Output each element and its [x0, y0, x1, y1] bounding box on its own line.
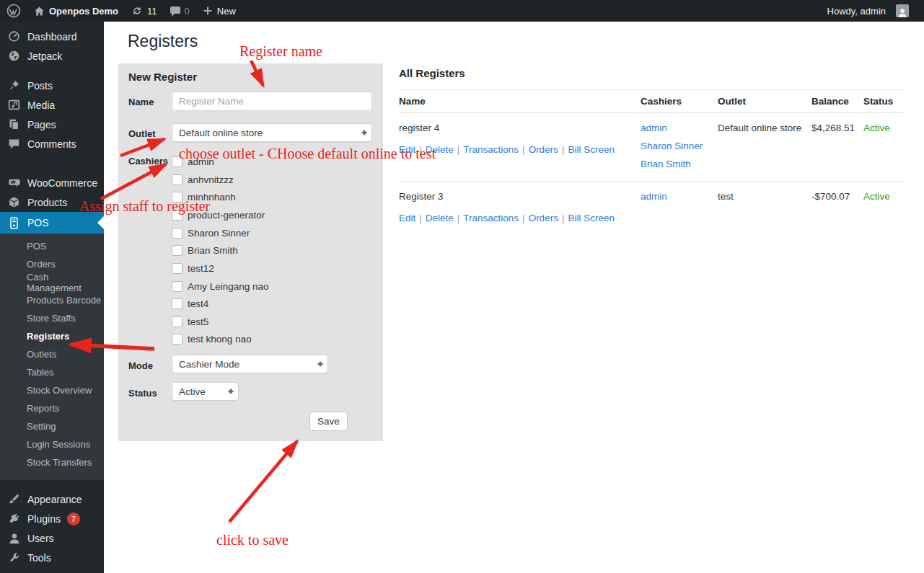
transactions-link[interactable]: Transactions — [463, 144, 519, 155]
submenu-item-products-barcode[interactable]: Products Barcode — [0, 291, 104, 309]
sidebar-item-plugins[interactable]: Plugins 7 — [0, 509, 104, 528]
submenu-item-tables[interactable]: Tables — [0, 363, 104, 381]
sidebar-item-pos[interactable]: POS — [0, 212, 104, 234]
comments-count: 0 — [185, 6, 190, 17]
outlet-label: Outlet — [128, 128, 156, 139]
register-balance: $4,268.51 — [811, 123, 863, 169]
form-title: New Register — [128, 71, 197, 83]
plugins-update-badge: 7 — [67, 512, 80, 525]
submenu-item-stock-transfers[interactable]: Stock Transfers — [0, 453, 104, 471]
cashier-link[interactable]: admin — [641, 123, 718, 133]
status-badge: Active — [863, 123, 904, 169]
cashier-option[interactable]: Sharon Sinner — [172, 226, 250, 240]
checkbox[interactable] — [172, 298, 182, 309]
submenu-item-setting[interactable]: Setting — [0, 417, 104, 435]
cashier-option[interactable]: test5 — [172, 314, 208, 329]
new-content-menu[interactable]: New — [196, 0, 242, 22]
cashier-option[interactable]: test khong nao — [172, 332, 252, 346]
cashiers-label: Cashiers — [128, 156, 168, 166]
mode-label: Mode — [128, 360, 153, 371]
submenu-item-outlets[interactable]: Outlets — [0, 345, 104, 363]
edit-link[interactable]: Edit — [399, 213, 415, 223]
dashboard-icon — [7, 30, 21, 43]
cashier-option[interactable]: anhvnitzzz — [172, 172, 234, 187]
orders-link[interactable]: Orders — [529, 213, 558, 223]
sidebar-item-comments[interactable]: Comments — [0, 134, 104, 154]
sidebar-item-label: Jetpack — [27, 50, 62, 62]
annotation-assign-staff: Assign staff to register — [79, 198, 210, 215]
row-actions: Edit|Delete|Transactions|Orders|Bill Scr… — [399, 213, 641, 223]
checkbox[interactable] — [172, 228, 182, 239]
cashier-link[interactable]: Sharon Sinner — [641, 141, 718, 151]
wordpress-logo-icon — [6, 4, 21, 18]
bill-screen-link[interactable]: Bill Screen — [568, 213, 615, 223]
submenu-item-pos[interactable]: POS — [0, 237, 104, 255]
sidebar-item-dashboard[interactable]: Dashboard — [0, 27, 104, 46]
all-registers-section: All Registers Name Cashiers Outlet Balan… — [399, 67, 904, 235]
checkbox[interactable] — [172, 316, 182, 327]
sidebar-item-users[interactable]: Users — [0, 528, 104, 548]
cashier-link[interactable]: admin — [641, 191, 718, 202]
sidebar-item-media[interactable]: Media — [0, 95, 104, 115]
user-icon — [7, 533, 21, 544]
submenu-item-registers[interactable]: Registers — [0, 327, 104, 345]
plugin-icon — [7, 512, 21, 525]
cashier-link[interactable]: Brian Smith — [641, 159, 718, 169]
cashier-option[interactable]: Brian Smith — [172, 243, 238, 257]
checkbox[interactable] — [172, 174, 182, 185]
sidebar-item-tools[interactable]: Tools — [0, 548, 104, 567]
wordpress-logo-menu[interactable] — [0, 0, 27, 22]
comments-bubble-icon — [170, 8, 180, 14]
submenu-item-reports[interactable]: Reports — [0, 399, 104, 417]
sidebar-item-woocommerce[interactable]: WooCommerce — [0, 173, 104, 192]
new-label: New — [217, 6, 236, 17]
sidebar-item-label: WooCommerce — [27, 177, 97, 189]
updates-count: 11 — [147, 6, 157, 17]
sidebar-item-jetpack[interactable]: Jetpack — [0, 46, 104, 66]
site-name: Openpos Demo — [49, 6, 118, 17]
sidebar-item-label: Posts — [27, 80, 53, 92]
submenu-item-login-sessions[interactable]: Login Sessions — [0, 435, 104, 453]
table-title: All Registers — [399, 67, 904, 79]
col-cashiers: Cashiers — [641, 96, 718, 107]
save-button[interactable]: Save — [309, 412, 348, 431]
submenu-item-orders[interactable]: Orders — [0, 255, 104, 273]
sidebar-item-pages[interactable]: Pages — [0, 115, 104, 134]
home-icon — [34, 6, 45, 17]
comments-menu[interactable]: 0 — [164, 0, 196, 22]
submenu-item-stock-overview[interactable]: Stock Overview — [0, 381, 104, 399]
updates-menu[interactable]: 11 — [125, 0, 164, 22]
mode-select[interactable]: Cashier Mode — [172, 355, 328, 373]
delete-link[interactable]: Delete — [426, 213, 454, 223]
submenu-item-store-staffs[interactable]: Store Staffs — [0, 309, 104, 327]
checkbox[interactable] — [172, 245, 182, 256]
comment-icon — [7, 138, 21, 150]
submenu-item-cash-management[interactable]: Cash Management — [0, 273, 104, 291]
cashier-option[interactable]: test4 — [172, 296, 208, 311]
orders-link[interactable]: Orders — [529, 144, 558, 155]
annotation-click-save: click to save — [216, 532, 289, 548]
jetpack-icon — [7, 50, 21, 62]
cashier-option[interactable]: test12 — [172, 261, 214, 275]
sidebar-item-label: Users — [27, 533, 54, 544]
account-menu[interactable]: Howdy, admin — [821, 0, 924, 22]
pages-icon — [7, 118, 21, 130]
updates-icon — [131, 5, 143, 17]
checkbox[interactable] — [172, 263, 182, 274]
cashier-option[interactable]: Amy Leingang nao — [172, 279, 269, 293]
annotation-choose-outlet: choose outlet - CHoose default online to… — [179, 146, 436, 162]
checkbox[interactable] — [172, 334, 182, 345]
bill-screen-link[interactable]: Bill Screen — [568, 144, 615, 155]
col-status: Status — [863, 96, 904, 107]
col-name: Name — [399, 96, 641, 107]
site-menu[interactable]: Openpos Demo — [27, 0, 125, 22]
transactions-link[interactable]: Transactions — [463, 213, 519, 223]
sidebar-item-posts[interactable]: Posts — [0, 76, 104, 95]
register-name-input[interactable] — [172, 92, 372, 111]
outlet-select[interactable]: Default online store — [172, 123, 372, 142]
checkbox[interactable] — [172, 281, 182, 292]
status-select[interactable]: Active — [172, 382, 239, 401]
sidebar-item-appearance[interactable]: Appearance — [0, 489, 104, 509]
sidebar-item-label: Pages — [27, 119, 56, 130]
admin-bar: Openpos Demo 11 0 New Howdy, admin — [0, 0, 924, 22]
